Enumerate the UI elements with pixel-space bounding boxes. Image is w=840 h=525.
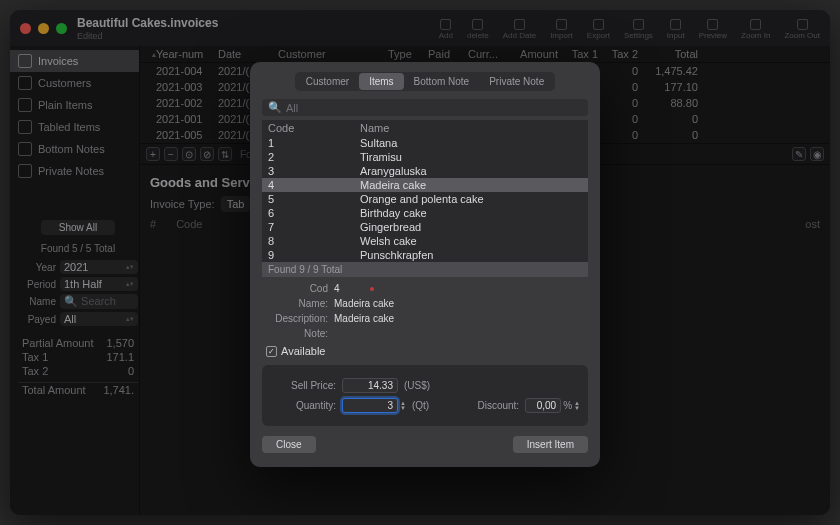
toolbar-zoom-out[interactable]: ▢Zoom Out (784, 16, 820, 40)
insert-item-button[interactable]: Insert Item (513, 436, 588, 453)
toolbar-label: Input (667, 31, 685, 40)
list-item[interactable]: 9Punschkrapfen (262, 248, 588, 262)
zoom-in-icon: ▢ (749, 16, 762, 30)
discount-unit: % (563, 400, 572, 411)
discount-field[interactable]: 0,00 (525, 398, 561, 413)
eye-icon: ▢ (706, 16, 719, 30)
discount-stepper[interactable]: ▲▼ (574, 401, 580, 411)
sidebar-item-invoices[interactable]: Invoices (10, 50, 139, 72)
toolbar-label: Zoom Out (784, 31, 820, 40)
col-amount[interactable]: Amount (508, 48, 558, 60)
toolbar-zoom-in[interactable]: ▢Zoom In (741, 16, 770, 40)
note-label: Note: (262, 328, 328, 339)
pricing-box: Sell Price: 14.33 (US$) Quantity: 3 ▲▼ (… (262, 365, 588, 426)
minimize-window-button[interactable] (38, 23, 49, 34)
toolbar-delete[interactable]: ▢delete (467, 16, 489, 40)
close-button[interactable]: Close (262, 436, 316, 453)
col-customer[interactable]: Customer (278, 48, 388, 60)
list-col-name[interactable]: Name (360, 122, 582, 134)
tab-customer[interactable]: Customer (296, 73, 359, 90)
toolbar-add[interactable]: ▢Add (439, 16, 453, 40)
toolbar-settings[interactable]: ▢Settings (624, 16, 653, 40)
tax2-value: 0 (128, 365, 134, 377)
checkmark-icon: ✓ (266, 346, 277, 357)
sidebar-item-bottom-notes[interactable]: Bottom Notes (10, 138, 139, 160)
invoice-type-label: Invoice Type: (150, 198, 215, 210)
sellprice-unit: (US$) (404, 380, 430, 391)
sidebar-icon (18, 164, 32, 178)
calendar-plus-icon: ▢ (513, 16, 526, 30)
toolbar-label: Import (550, 31, 573, 40)
required-indicator-icon: • (370, 285, 375, 293)
col-tax1[interactable]: Tax 1 (558, 48, 598, 60)
remove-row-button[interactable]: − (164, 147, 178, 161)
toolbar-input[interactable]: ▢Input (667, 16, 685, 40)
list-item[interactable]: 7Gingerbread (262, 220, 588, 234)
sidebar-item-private-notes[interactable]: Private Notes (10, 160, 139, 182)
item-list-header: Code Name (262, 120, 588, 136)
list-col-code[interactable]: Code (268, 122, 360, 134)
toolbar-label: Preview (699, 31, 727, 40)
tab-items[interactable]: Items (359, 73, 403, 90)
sheet-search-field[interactable]: 🔍 All (262, 99, 588, 116)
list-item[interactable]: 3Aranygaluska (262, 164, 588, 178)
list-item[interactable]: 5Orange and polenta cake (262, 192, 588, 206)
col-tax2[interactable]: Tax 2 (598, 48, 638, 60)
col-type[interactable]: Type (388, 48, 428, 60)
list-item[interactable]: 1Sultana (262, 136, 588, 150)
period-label: Period (18, 279, 56, 290)
sidebar-icon (18, 54, 32, 68)
list-item[interactable]: 2Tiramisu (262, 150, 588, 164)
col-total[interactable]: Total (638, 48, 698, 60)
quantity-field[interactable]: 3 (342, 398, 398, 413)
quantity-stepper[interactable]: ▲▼ (400, 401, 406, 411)
extra-button-1[interactable]: ⊙ (182, 147, 196, 161)
payed-select[interactable]: All▴▾ (60, 312, 138, 326)
toolbar-label: Settings (624, 31, 653, 40)
list-item[interactable]: 8Welsh cake (262, 234, 588, 248)
col-date[interactable]: Date (218, 48, 278, 60)
invoice-type-segment[interactable]: Tab (221, 196, 251, 212)
toolbar-export[interactable]: ▢Export (587, 16, 610, 40)
zoom-window-button[interactable] (56, 23, 67, 34)
close-window-button[interactable] (20, 23, 31, 34)
toolbar-add-date[interactable]: ▢Add Date (503, 16, 536, 40)
sidebar-item-tabled-items[interactable]: Tabled Items (10, 116, 139, 138)
period-select[interactable]: 1th Half▴▾ (60, 277, 138, 291)
visibility-toggle-button[interactable]: ◉ (810, 147, 824, 161)
year-label: Year (18, 262, 56, 273)
tab-bottom-note[interactable]: Bottom Note (404, 73, 480, 90)
disclosure-icon[interactable] (146, 51, 152, 57)
extra-button-2[interactable]: ⊘ (200, 147, 214, 161)
sellprice-label: Sell Price: (270, 380, 336, 391)
name-search-field[interactable]: 🔍 Search (60, 294, 138, 309)
import-icon: ▢ (555, 16, 568, 30)
item-picker-sheet: CustomerItemsBottom NotePrivate Note 🔍 A… (250, 62, 600, 467)
show-all-button[interactable]: Show All (41, 220, 115, 235)
list-item[interactable]: 4Madeira cake (262, 178, 588, 192)
export-icon: ▢ (592, 16, 605, 30)
sellprice-field[interactable]: 14.33 (342, 378, 398, 393)
col-year-num[interactable]: Year-num (156, 48, 218, 60)
goods-col-cost: ost (805, 218, 820, 230)
toolbar-label: delete (467, 31, 489, 40)
cod-label: Cod (262, 283, 328, 294)
titlebar: Beautiful Cakes.invoices Edited ▢Add▢del… (10, 10, 830, 46)
toolbar-import[interactable]: ▢Import (550, 16, 573, 40)
edit-toggle-button[interactable]: ✎ (792, 147, 806, 161)
filter-button[interactable]: ⇅ (218, 147, 232, 161)
sidebar-item-plain-items[interactable]: Plain Items (10, 94, 139, 116)
sidebar-icon (18, 120, 32, 134)
available-checkbox[interactable]: ✓ Available (266, 345, 588, 357)
tab-private-note[interactable]: Private Note (479, 73, 554, 90)
col-paid[interactable]: Paid (428, 48, 468, 60)
tax2-label: Tax 2 (22, 365, 48, 377)
add-row-button[interactable]: + (146, 147, 160, 161)
search-placeholder: All (286, 102, 298, 114)
plus-circle-icon: ▢ (439, 16, 452, 30)
toolbar-preview[interactable]: ▢Preview (699, 16, 727, 40)
col-currency[interactable]: Curr... (468, 48, 508, 60)
list-item[interactable]: 6Birthday cake (262, 206, 588, 220)
sidebar-item-customers[interactable]: Customers (10, 72, 139, 94)
year-select[interactable]: 2021▴▾ (60, 260, 138, 274)
